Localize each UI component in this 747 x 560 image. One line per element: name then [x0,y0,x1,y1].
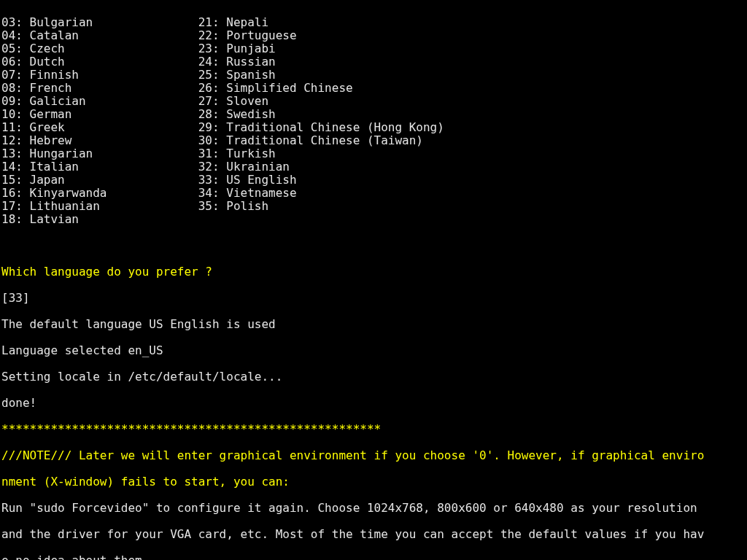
language-row: 18: Latvian [1,213,746,226]
msg-setting-locale: Setting locale in /etc/default/locale... [1,370,746,384]
language-row: 12: Hebrew 30: Traditional Chinese (Taiw… [1,134,746,147]
language-row: 08: French 26: Simplified Chinese [1,82,746,95]
prompt-language: Which language do you prefer ? [1,265,746,279]
language-row: 04: Catalan 22: Portuguese [1,29,746,42]
terminal[interactable]: 03: Bulgarian 21: Nepali04: Catalan 22: … [0,0,747,560]
msg-default-lang: The default language US English is used [1,318,746,331]
msg-selected-lang: Language selected en_US [1,344,746,357]
language-row: 03: Bulgarian 21: Nepali [1,16,746,29]
language-list: 03: Bulgarian 21: Nepali04: Catalan 22: … [1,16,746,226]
language-row: 17: Lithuanian 35: Polish [1,200,746,213]
language-choice: [33] [1,292,746,305]
language-row: 16: Kinyarwanda 34: Vietnamese [1,187,746,200]
language-row: 11: Greek 29: Traditional Chinese (Hong … [1,121,746,134]
language-row: 06: Dutch 24: Russian [1,55,746,69]
msg-done: done! [1,397,746,410]
language-row: 15: Japan 33: US English [1,174,746,187]
language-row: 07: Finnish 25: Spanish [1,69,746,82]
note-line-1: ///NOTE/// Later we will enter graphical… [1,449,746,462]
language-row: 14: Italian 32: Ukrainian [1,160,746,174]
language-row: 09: Galician 27: Sloven [1,95,746,108]
blank-row [1,239,746,252]
help-line-1: Run "sudo Forcevideo" to configure it ag… [1,502,746,515]
separator-stars: ****************************************… [1,423,746,436]
help-line-2: and the driver for your VGA card, etc. M… [1,528,746,541]
language-row: 10: German 28: Swedish [1,108,746,121]
language-row: 05: Czech 23: Punjabi [1,42,746,55]
help-line-3: e no idea about them. [1,554,746,560]
language-row: 13: Hungarian 31: Turkish [1,147,746,160]
note-line-2: nment (X-window) fails to start, you can… [1,475,746,489]
